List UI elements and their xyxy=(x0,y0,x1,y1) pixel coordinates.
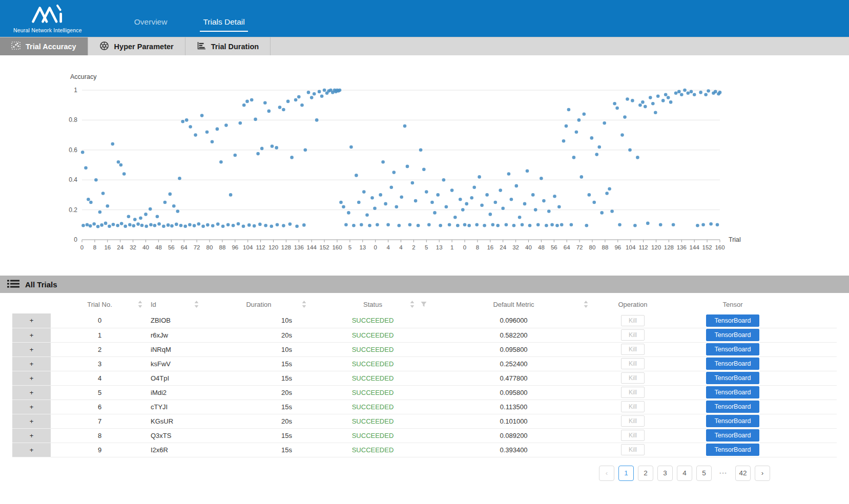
expand-row-button[interactable]: + xyxy=(12,385,51,400)
kill-button[interactable]: Kill xyxy=(621,401,645,412)
pagination-page-2[interactable]: 2 xyxy=(638,466,653,481)
kill-button[interactable]: Kill xyxy=(621,415,645,427)
pagination-prev-button: ‹ xyxy=(599,466,614,481)
kill-button[interactable]: Kill xyxy=(621,444,645,455)
tensorboard-button[interactable]: TensorBoard xyxy=(706,358,759,370)
nav-tab-trials-detail[interactable]: Trials Detail xyxy=(200,5,247,32)
trials-table: Trial No. Id Duration xyxy=(12,295,837,481)
svg-text:88: 88 xyxy=(219,244,226,250)
tensorboard-button[interactable]: TensorBoard xyxy=(706,314,759,327)
trial-id-cell: O4TpI xyxy=(149,371,205,385)
duration-cell: 20s xyxy=(205,414,313,428)
kill-button[interactable]: Kill xyxy=(621,329,645,341)
svg-text:0.8: 0.8 xyxy=(69,116,77,123)
svg-text:Trial: Trial xyxy=(729,236,741,243)
tensorboard-button[interactable]: TensorBoard xyxy=(706,444,759,456)
kill-button[interactable]: Kill xyxy=(621,344,645,355)
tensorboard-button[interactable]: TensorBoard xyxy=(706,343,759,355)
expand-row-button[interactable]: + xyxy=(12,400,51,414)
expand-row-button[interactable]: + xyxy=(12,371,51,385)
kill-button[interactable]: Kill xyxy=(621,430,645,441)
pagination-next-button[interactable]: › xyxy=(755,466,770,481)
filter-icon[interactable] xyxy=(421,301,427,307)
top-header: Neural Network Intelligence Overview Tri… xyxy=(0,0,849,37)
metric-cell: 0.477800 xyxy=(433,371,594,385)
svg-text:1: 1 xyxy=(450,244,453,250)
table-row: +5iMdi220sSUCCEEDED0.095800KillTensorBoa… xyxy=(12,385,837,400)
tensorboard-button[interactable]: TensorBoard xyxy=(706,372,759,384)
col-id[interactable]: Id xyxy=(149,295,205,313)
expand-row-button[interactable]: + xyxy=(12,342,51,356)
table-row: +6cTYJI15sSUCCEEDED0.113500KillTensorBoa… xyxy=(12,400,837,414)
scatter-icon xyxy=(11,41,20,51)
tensorboard-button[interactable]: TensorBoard xyxy=(706,415,759,427)
kill-button[interactable]: Kill xyxy=(621,315,645,326)
svg-text:128: 128 xyxy=(664,244,674,250)
trial-no-cell: 6 xyxy=(51,400,149,414)
trial-id-cell: cTYJI xyxy=(149,400,205,414)
tensorboard-button[interactable]: TensorBoard xyxy=(706,386,759,398)
sort-icon[interactable] xyxy=(410,301,415,308)
svg-text:144: 144 xyxy=(690,244,700,250)
expand-row-button[interactable]: + xyxy=(12,328,51,342)
svg-text:96: 96 xyxy=(614,244,621,250)
sort-icon[interactable] xyxy=(138,301,142,308)
col-status[interactable]: Status xyxy=(313,295,433,313)
svg-text:56: 56 xyxy=(168,244,175,250)
svg-text:32: 32 xyxy=(512,244,519,250)
kill-button[interactable]: Kill xyxy=(621,358,645,369)
col-duration[interactable]: Duration xyxy=(205,295,313,313)
svg-text:13: 13 xyxy=(436,244,443,250)
trial-no-cell: 8 xyxy=(51,428,149,443)
col-trial-no[interactable]: Trial No. xyxy=(51,295,149,313)
kill-button[interactable]: Kill xyxy=(621,387,645,398)
pagination-page-4[interactable]: 4 xyxy=(677,466,692,481)
sort-icon[interactable] xyxy=(302,301,306,308)
svg-text:152: 152 xyxy=(320,244,329,250)
pagination-page-3[interactable]: 3 xyxy=(657,466,673,481)
table-row: +8Q3xTS15sSUCCEEDED0.089200KillTensorBoa… xyxy=(12,428,837,443)
list-icon xyxy=(7,279,19,290)
svg-text:32: 32 xyxy=(130,244,136,250)
expand-row-button[interactable]: + xyxy=(12,428,51,443)
tensorboard-button[interactable]: TensorBoard xyxy=(706,401,759,413)
pagination-page-42[interactable]: 42 xyxy=(735,466,751,481)
svg-text:8: 8 xyxy=(476,244,479,250)
tensorboard-button[interactable]: TensorBoard xyxy=(706,329,759,341)
expand-row-button[interactable]: + xyxy=(12,443,51,457)
accuracy-scatter-chart[interactable]: 00.20.40.60.8108162432404856647280889610… xyxy=(0,61,849,266)
pagination-page-1[interactable]: 1 xyxy=(618,466,634,481)
tensorboard-button[interactable]: TensorBoard xyxy=(706,429,759,442)
expand-row-button[interactable]: + xyxy=(12,414,51,428)
kill-button[interactable]: Kill xyxy=(621,372,645,384)
tab-trial-accuracy[interactable]: Trial Accuracy xyxy=(0,37,88,55)
status-cell: SUCCEEDED xyxy=(313,371,433,385)
svg-text:48: 48 xyxy=(155,244,162,250)
wheel-icon xyxy=(99,41,109,52)
svg-text:160: 160 xyxy=(715,244,724,250)
metric-cell: 0.096000 xyxy=(433,313,594,328)
svg-text:136: 136 xyxy=(677,244,687,250)
svg-text:1: 1 xyxy=(74,87,77,94)
duration-cell: 10s xyxy=(205,342,313,356)
svg-text:136: 136 xyxy=(294,244,304,250)
tab-trial-duration[interactable]: Trial Duration xyxy=(185,37,271,55)
svg-text:72: 72 xyxy=(576,244,583,250)
svg-text:112: 112 xyxy=(638,244,648,250)
svg-text:0: 0 xyxy=(74,236,77,243)
duration-cell: 15s xyxy=(205,400,313,414)
sort-icon[interactable] xyxy=(194,301,199,308)
svg-text:64: 64 xyxy=(564,244,570,250)
sort-icon[interactable] xyxy=(584,301,588,308)
tab-hyper-parameter[interactable]: Hyper Parameter xyxy=(88,37,185,55)
detail-tabstrip: Trial Accuracy Hyper Parameter xyxy=(0,37,849,55)
trial-id-cell: iMdi2 xyxy=(149,385,205,400)
pagination-page-5[interactable]: 5 xyxy=(696,466,712,481)
svg-text:120: 120 xyxy=(268,244,278,250)
nav-tab-overview[interactable]: Overview xyxy=(131,5,171,32)
expand-row-button[interactable]: + xyxy=(12,356,51,371)
svg-text:0.4: 0.4 xyxy=(69,176,77,183)
expand-row-button[interactable]: + xyxy=(12,313,51,328)
nni-logo-icon xyxy=(29,4,66,26)
col-default-metric[interactable]: Default Metric xyxy=(433,295,594,313)
